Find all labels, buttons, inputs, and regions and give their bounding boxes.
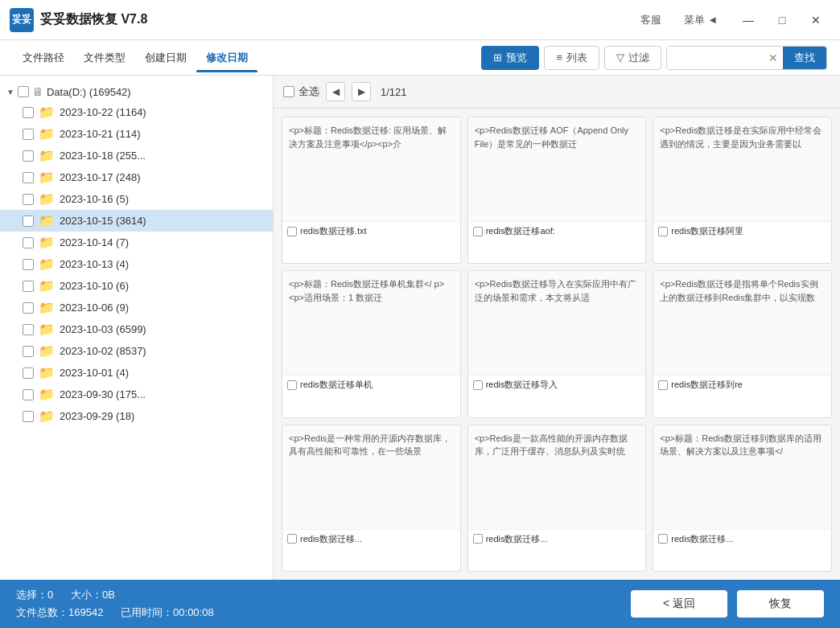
file-card[interactable]: <p>Redis数据迁移是在实际应用中经常会遇到的情况，主要是因为业务需要以re… [653,117,832,264]
item-checkbox[interactable] [23,411,34,422]
file-name-label: redis数据迁移... [300,533,362,545]
item-checkbox[interactable] [23,215,34,227]
app-title: 妥妥数据恢复 V7.8 [40,11,634,28]
sidebar-items-container: 📁2023-10-22 (1164)📁2023-10-21 (114)📁2023… [0,101,273,427]
filter-icon: ▽ [616,51,624,64]
folder-icon: 📁 [39,300,55,315]
sidebar-item[interactable]: 📁2023-10-16 (5) [0,188,273,210]
sidebar-item[interactable]: 📁2023-10-10 (6) [0,275,273,297]
close-button[interactable]: ✕ [801,9,830,31]
preview-view-button[interactable]: ⊞ 预览 [481,46,539,70]
sidebar-item[interactable]: 📁2023-10-01 (4) [0,362,273,384]
filter-button[interactable]: ▽ 过滤 [604,46,661,70]
maximize-button[interactable]: □ [768,9,797,31]
file-preview: <p>标题：Redis数据迁移: 应用场景、解决方案及注意事项</p><p>介 [282,117,460,222]
tab-file-path[interactable]: 文件路径 [13,44,74,72]
item-checkbox[interactable] [23,150,34,162]
item-checkbox[interactable] [23,107,34,118]
select-all-checkbox[interactable]: 全选 [283,84,319,99]
tab-create-date[interactable]: 创建日期 [135,44,196,72]
sidebar-item[interactable]: 📁2023-10-14 (7) [0,232,273,253]
file-checkbox[interactable] [287,380,297,390]
file-card[interactable]: <p>Redis是一种常用的开源内存数据库，具有高性能和可靠性，在一些场景red… [282,425,461,572]
sidebar-item[interactable]: 📁2023-10-17 (248) [0,166,273,188]
search-clear-button[interactable]: ✕ [764,51,783,64]
file-preview: <p>Redis数据迁移是指将单个Redis实例上的数据迁移到Redis集群中，… [653,271,831,376]
item-checkbox[interactable] [23,367,34,379]
item-checkbox[interactable] [23,194,34,205]
file-name-row: redis数据迁移.txt [282,222,460,240]
sidebar-item[interactable]: 📁2023-10-03 (6599) [0,318,273,340]
folder-icon: 📁 [39,126,55,142]
file-checkbox[interactable] [473,380,483,390]
item-checkbox[interactable] [23,324,34,335]
item-checkbox[interactable] [23,237,34,248]
sidebar-item[interactable]: 📁2023-10-06 (9) [0,297,273,318]
file-checkbox[interactable] [658,534,668,544]
item-label: 2023-10-17 (248) [60,171,140,183]
item-checkbox[interactable] [23,346,34,357]
grid-icon: ⊞ [493,51,502,64]
file-name-label: redis数据迁移单机 [300,379,373,391]
next-page-button[interactable]: ▶ [352,82,371,101]
back-button[interactable]: < 返回 [631,590,727,618]
page-info: 1/121 [381,86,407,98]
item-checkbox[interactable] [23,281,34,292]
drive-icon: 🖥 [32,85,43,98]
item-checkbox[interactable] [23,389,34,400]
item-checkbox[interactable] [23,302,34,314]
folder-icon: 📁 [39,343,55,359]
file-name-row: redis数据迁移导入 [468,376,646,394]
file-checkbox[interactable] [473,227,483,236]
file-card[interactable]: <p>Redis数据迁移导入在实际应用中有广泛的场景和需求，本文将从适redis… [467,270,647,417]
file-checkbox[interactable] [473,534,483,544]
item-label: 2023-10-14 (7) [60,236,129,248]
root-checkbox[interactable] [18,86,29,97]
prev-page-button[interactable]: ◀ [326,82,345,101]
item-label: 2023-10-01 (4) [60,367,129,379]
sidebar-item[interactable]: 📁2023-10-02 (8537) [0,340,273,362]
folder-icon: 📁 [39,170,55,185]
sidebar-item[interactable]: 📁2023-10-21 (114) [0,123,273,145]
item-checkbox[interactable] [23,259,34,270]
sidebar-item[interactable]: 📁2023-09-29 (18) [0,405,273,427]
file-preview: <p>Redis是一种常用的开源内存数据库，具有高性能和可靠性，在一些场景 [282,425,460,530]
item-checkbox[interactable] [23,129,34,140]
file-card[interactable]: <p>Redis数据迁移是指将单个Redis实例上的数据迁移到Redis集群中，… [653,270,832,417]
search-input[interactable] [667,47,764,69]
sidebar-item[interactable]: 📁2023-10-22 (1164) [0,101,273,123]
tab-modify-date[interactable]: 修改日期 [196,44,257,72]
minimize-button[interactable]: — [734,9,763,31]
file-checkbox[interactable] [287,227,297,236]
file-card[interactable]: <p>Redis数据迁移 AOF（Append Only File）是常见的一种… [467,117,647,264]
select-all-check[interactable] [283,86,294,97]
service-button[interactable]: 客服 [634,10,668,31]
file-name-label: redis数据迁移导入 [486,379,558,391]
search-find-button[interactable]: 查找 [783,47,826,69]
item-checkbox[interactable] [23,172,34,183]
folder-icon: 📁 [39,105,55,120]
file-checkbox[interactable] [658,227,668,236]
total-info: 文件总数：169542 已用时间：00:00:08 [16,604,621,622]
file-name-row: redis数据迁移aof: [468,222,646,240]
window-controls: — □ ✕ [734,9,830,31]
list-view-button[interactable]: ≡ 列表 [544,46,599,70]
restore-button[interactable]: 恢复 [737,590,824,618]
file-checkbox[interactable] [287,534,297,544]
file-card[interactable]: <p>标题：Redis数据迁移到数据库的适用场景、解决方案以及注意事项</red… [653,425,832,572]
sidebar-item[interactable]: 📁2023-09-30 (175... [0,384,273,405]
sidebar-item[interactable]: 📁2023-10-15 (3614) [0,210,273,232]
file-card[interactable]: <p>标题：Redis数据迁移单机集群</ p><p>适用场景：1 数据迁red… [282,270,461,417]
file-preview: <p>标题：Redis数据迁移到数据库的适用场景、解决方案以及注意事项</ [653,425,831,530]
file-card[interactable]: <p>标题：Redis数据迁移: 应用场景、解决方案及注意事项</p><p>介r… [282,117,461,264]
file-checkbox[interactable] [658,380,668,390]
file-card[interactable]: <p>Redis是一款高性能的开源内存数据库，广泛用于缓存、消息队列及实时统re… [467,425,647,572]
file-preview: <p>Redis数据迁移是在实际应用中经常会遇到的情况，主要是因为业务需要以 [653,117,831,222]
tab-file-type[interactable]: 文件类型 [74,44,135,72]
menu-button[interactable]: 菜单 ◄ [677,10,725,31]
sidebar-item[interactable]: 📁2023-10-13 (4) [0,253,273,275]
folder-icon: 📁 [39,257,55,272]
sidebar-item[interactable]: 📁2023-10-18 (255... [0,145,273,166]
tree-root-item[interactable]: ▼ 🖥 Data(D:) (169542) [0,82,273,101]
file-name-label: redis数据迁移... [486,533,548,545]
